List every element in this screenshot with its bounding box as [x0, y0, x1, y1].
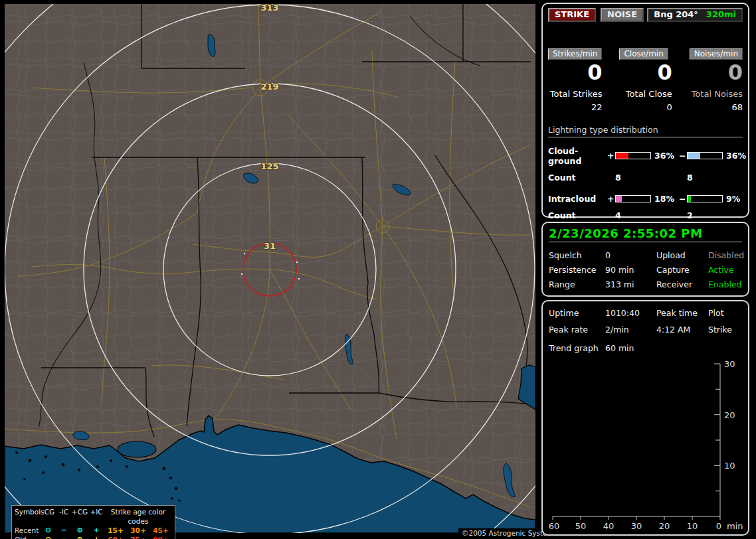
upload-label: Upload [656, 250, 708, 260]
noises-column: Noises/min 0 Total Noises 68 [690, 46, 743, 112]
close-per-min-button[interactable]: Close/min [619, 48, 668, 60]
total-noises-label: Total Noises [690, 89, 743, 99]
strike-mode-button[interactable]: STRIKE [548, 8, 596, 22]
legend-old-label: Old [15, 535, 40, 539]
plus-sign: + [607, 194, 615, 204]
total-close-value: 0 [619, 102, 672, 112]
y-tick-10: 10 [724, 461, 735, 471]
strike-counters-panel: STRIKE NOISE Bng 204° 320mi Strikes/min … [541, 3, 749, 218]
intracloud-count-row: Count 4 2 [548, 210, 743, 220]
old-neg-ic-icon: − [56, 535, 71, 539]
squelch-label: Squelch [549, 250, 605, 260]
receiver-label: Receiver [656, 279, 708, 289]
map-legend: Symbols -CG -IC +CG +IC Strike age color… [11, 505, 175, 539]
strikes-rate-value: 0 [548, 62, 602, 84]
receiver-status: Enabled [708, 279, 744, 289]
trend-graph-chart: 30 20 10 60 50 40 30 20 10 0 min [546, 358, 745, 532]
upload-status: Disabled [708, 250, 744, 260]
plus-sign: + [607, 151, 615, 161]
y-tick-30: 30 [724, 359, 735, 369]
noises-per-min-button[interactable]: Noises/min [690, 48, 743, 60]
legend-col-neg-cg: -CG [40, 507, 56, 526]
cloud-ground-label: Cloud-ground [548, 146, 607, 166]
legend-recent-label: Recent [15, 526, 40, 535]
total-noises-value: 68 [690, 102, 743, 112]
x-tick-60: 60 [549, 521, 560, 531]
trend-graph-row: Trend graph 60 min [549, 343, 742, 353]
peak-time-value: 4:12 AM [656, 325, 708, 335]
bearing-range-value: 320mi [706, 9, 736, 20]
plot-label: Plot [708, 308, 742, 318]
age-30: 30+ [127, 526, 149, 535]
ic-positive-count: 4 [615, 210, 651, 220]
cg-negative-count: 8 [687, 173, 723, 183]
cloud-ground-row: Cloud-ground + 36% − 36% [548, 146, 743, 166]
minus-sign: − [679, 151, 687, 161]
cg-positive-pct: 36% [651, 151, 679, 161]
stats-grid: Uptime 1010:40 Peak time Plot Peak rate … [549, 308, 742, 335]
cg-positive-count: 8 [615, 173, 651, 183]
status-panel: 2/23/2026 2:55:02 PM Squelch 0 Upload Di… [541, 222, 749, 297]
total-strikes-label: Total Strikes [548, 89, 602, 99]
ic-negative-bar [687, 195, 723, 202]
x-tick-10: 10 [687, 521, 698, 531]
uptime-label: Uptime [549, 308, 605, 318]
peak-time-label: Peak time [656, 308, 708, 318]
noise-mode-button[interactable]: NOISE [601, 8, 644, 22]
plot-mode-value: Strike [708, 325, 742, 335]
divider [548, 137, 743, 137]
age-15: 15+ [104, 526, 127, 535]
peak-rate-value: 2/min [605, 325, 656, 335]
cloud-ground-count-row: Count 8 8 [548, 173, 743, 183]
persistence-label: Persistence [549, 265, 605, 275]
old-pos-cg-icon: ⊕ [71, 535, 88, 539]
uptime-value: 1010:40 [605, 308, 656, 318]
trend-graph-value: 60 min [605, 343, 742, 353]
lightning-distribution-section: Lightning type distribution Cloud-ground… [548, 125, 743, 220]
age-90: 90+ [149, 535, 172, 539]
ic-negative-count: 2 [687, 210, 723, 220]
range-value: 313 mi [605, 279, 656, 289]
y-tick-20: 20 [724, 410, 735, 420]
x-tick-20: 20 [659, 521, 670, 531]
ic-negative-pct: 9% [723, 194, 743, 204]
x-axis-unit: min [727, 521, 743, 531]
divider [549, 242, 742, 242]
count-label: Count [548, 173, 607, 183]
legend-age-header: Strike age color codes [104, 507, 172, 526]
intracloud-row: Intracloud + 18% − 9% [548, 194, 743, 204]
persistence-value: 90 min [605, 265, 656, 275]
trend-axis-labels: 30 20 10 60 50 40 30 20 10 0 min [549, 359, 743, 531]
minus-sign: − [679, 194, 687, 204]
range-label: Range [549, 279, 605, 289]
x-tick-30: 30 [631, 521, 642, 531]
bearing-value: Bng 204° [654, 9, 698, 20]
age-60: 60+ [104, 535, 127, 539]
strikes-column: Strikes/min 0 Total Strikes 22 [548, 46, 602, 112]
noises-rate-value: 0 [690, 62, 743, 84]
total-close-label: Total Close [619, 89, 672, 99]
cg-negative-pct: 36% [723, 151, 746, 161]
cg-positive-bar [615, 152, 651, 159]
trend-axes [553, 364, 720, 520]
trend-panel: Uptime 1010:40 Peak time Plot Peak rate … [541, 300, 749, 536]
settings-grid: Squelch 0 Upload Disabled Persistence 90… [549, 250, 742, 289]
ring-label-313: 313 [260, 4, 278, 13]
age-45: 45+ [149, 526, 172, 535]
lightning-map[interactable]: 313 219 125 31 Symbols -CG -IC +CG +IC S… [5, 4, 535, 533]
legend-col-pos-cg: +CG [71, 507, 88, 526]
strikes-per-min-button[interactable]: Strikes/min [548, 48, 602, 60]
datetime-display: 2/23/2026 2:55:02 PM [549, 226, 742, 240]
legend-col-neg-ic: -IC [56, 507, 71, 526]
count-label: Count [548, 210, 607, 220]
legend-symbols-header: Symbols [15, 507, 40, 526]
total-strikes-value: 22 [548, 102, 602, 112]
map-canvas: 313 219 125 31 [5, 4, 535, 533]
capture-label: Capture [656, 265, 708, 275]
close-column: Close/min 0 Total Close 0 [619, 46, 672, 112]
ring-label-219: 219 [260, 82, 278, 92]
age-75: 75+ [127, 535, 149, 539]
trend-graph-label: Trend graph [549, 343, 605, 353]
lake-pontchartrain [118, 441, 156, 457]
recent-neg-cg-icon: ⊖ [40, 526, 56, 535]
